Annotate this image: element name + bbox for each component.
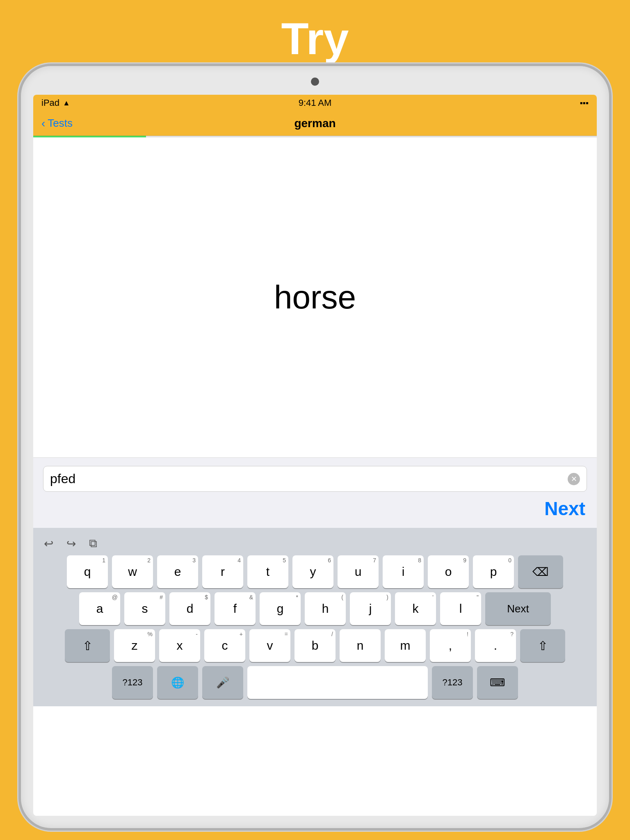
key-j[interactable]: )j [350, 592, 391, 625]
next-key[interactable]: Next [485, 592, 551, 625]
key-v[interactable]: =v [249, 629, 290, 662]
key-o[interactable]: 9o [428, 555, 469, 588]
key-p[interactable]: 0p [473, 555, 514, 588]
num-switch-key[interactable]: ?123 [112, 666, 153, 699]
page-title: Try [0, 0, 630, 73]
key-y[interactable]: 6y [292, 555, 333, 588]
keyboard-area: ↩ ↪ ⧉ 1q 2w 3e 4r 5t 6y 7u 8i [33, 528, 597, 706]
key-g[interactable]: *g [260, 592, 301, 625]
key-l[interactable]: "l [440, 592, 481, 625]
clear-icon: ✕ [571, 475, 577, 484]
device-label: iPad [41, 98, 59, 108]
undo-button[interactable]: ↩ [41, 535, 57, 552]
key-r[interactable]: 4r [202, 555, 243, 588]
num-switch-key-2[interactable]: ?123 [432, 666, 473, 699]
wifi-icon: ▲ [63, 99, 70, 107]
shift-left-key[interactable]: ⇧ [65, 629, 110, 662]
input-area: ✕ Next [33, 457, 597, 528]
ipad-frame: iPad ▲ 9:41 AM ▪▪▪ ‹ Tests german ho [18, 64, 612, 831]
page-background: Try iPad ▲ 9:41 AM ▪▪▪ ‹ Tests german [0, 0, 630, 840]
key-m[interactable]: m [385, 629, 426, 662]
progress-bar [33, 136, 597, 137]
key-u[interactable]: 7u [338, 555, 379, 588]
key-period[interactable]: ?. [475, 629, 516, 662]
nav-bar: ‹ Tests german [33, 111, 597, 136]
camera [311, 78, 319, 86]
text-input-row: ✕ [43, 466, 587, 492]
space-key[interactable] [247, 666, 428, 699]
battery-icon: ▪▪▪ [580, 98, 589, 108]
key-q[interactable]: 1q [67, 555, 108, 588]
key-f[interactable]: &f [215, 592, 256, 625]
key-h[interactable]: (h [305, 592, 346, 625]
key-comma[interactable]: !, [430, 629, 471, 662]
back-chevron-icon: ‹ [41, 117, 45, 130]
shift-right-key[interactable]: ⇧ [520, 629, 565, 662]
key-z[interactable]: %z [114, 629, 155, 662]
key-n[interactable]: n [340, 629, 381, 662]
globe-key[interactable]: 🌐 [157, 666, 198, 699]
back-button[interactable]: ‹ Tests [41, 117, 73, 130]
clear-button[interactable]: ✕ [568, 473, 580, 485]
answer-input[interactable] [50, 471, 568, 486]
key-b[interactable]: /b [294, 629, 336, 662]
key-t[interactable]: 5t [247, 555, 288, 588]
keyboard-row-4: ?123 🌐 🎤 ?123 ⌨ [37, 666, 593, 702]
key-e[interactable]: 3e [157, 555, 198, 588]
status-bar: iPad ▲ 9:41 AM ▪▪▪ [33, 95, 597, 111]
content-area: horse [33, 137, 597, 457]
back-label: Tests [48, 117, 73, 130]
key-x[interactable]: -x [159, 629, 200, 662]
redo-button[interactable]: ↪ [63, 535, 79, 552]
next-button[interactable]: Next [544, 498, 585, 519]
keyboard-toolbar: ↩ ↪ ⧉ [37, 532, 593, 555]
mic-key[interactable]: 🎤 [202, 666, 243, 699]
clipboard-button[interactable]: ⧉ [86, 535, 100, 552]
key-i[interactable]: 8i [383, 555, 424, 588]
status-time: 9:41 AM [299, 98, 332, 108]
key-w[interactable]: 2w [112, 555, 153, 588]
key-a[interactable]: @a [79, 592, 120, 625]
key-c[interactable]: +c [204, 629, 245, 662]
progress-fill [33, 136, 146, 137]
hide-keyboard-key[interactable]: ⌨ [477, 666, 518, 699]
backspace-key[interactable]: ⌫ [518, 555, 563, 588]
key-k[interactable]: 'k [395, 592, 436, 625]
key-d[interactable]: $d [169, 592, 210, 625]
word-display: horse [274, 278, 356, 316]
keyboard-row-3: ⇧ %z -x +c =v /b n m !, ?. ⇧ [37, 629, 593, 662]
nav-title: german [294, 117, 336, 130]
key-s[interactable]: #s [124, 592, 165, 625]
keyboard-row-2: @a #s $d &f *g (h )j 'k "l Next [37, 592, 593, 625]
ipad-screen: iPad ▲ 9:41 AM ▪▪▪ ‹ Tests german ho [33, 95, 597, 816]
keyboard-row-1: 1q 2w 3e 4r 5t 6y 7u 8i 9o 0p ⌫ [37, 555, 593, 588]
